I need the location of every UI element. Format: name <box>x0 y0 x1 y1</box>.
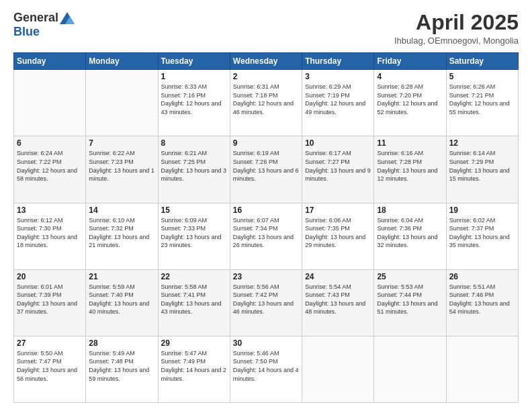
table-row <box>86 70 158 136</box>
table-row <box>374 336 446 402</box>
cell-sun-info: Sunrise: 5:47 AM Sunset: 7:49 PM Dayligh… <box>161 349 227 383</box>
cell-sun-info: Sunrise: 6:33 AM Sunset: 7:16 PM Dayligh… <box>161 83 227 116</box>
cell-sun-info: Sunrise: 5:51 AM Sunset: 7:46 PM Dayligh… <box>449 283 515 316</box>
cell-day-number: 1 <box>161 72 227 81</box>
cell-day-number: 24 <box>305 272 371 281</box>
cell-sun-info: Sunrise: 6:07 AM Sunset: 7:34 PM Dayligh… <box>233 216 299 250</box>
cell-sun-info: Sunrise: 6:14 AM Sunset: 7:29 PM Dayligh… <box>449 149 515 183</box>
logo-icon <box>60 12 75 24</box>
cell-day-number: 3 <box>305 72 371 81</box>
table-row: 20Sunrise: 6:01 AM Sunset: 7:39 PM Dayli… <box>14 269 86 336</box>
table-row: 16Sunrise: 6:07 AM Sunset: 7:34 PM Dayli… <box>230 203 302 269</box>
col-saturday: Saturday <box>446 53 518 70</box>
cell-sun-info: Sunrise: 5:53 AM Sunset: 7:44 PM Dayligh… <box>377 283 443 316</box>
cell-sun-info: Sunrise: 5:46 AM Sunset: 7:50 PM Dayligh… <box>233 349 299 383</box>
table-row: 7Sunrise: 6:22 AM Sunset: 7:23 PM Daylig… <box>86 136 158 203</box>
cell-day-number: 27 <box>17 338 83 348</box>
cell-day-number: 20 <box>17 272 83 281</box>
cell-day-number: 15 <box>161 205 227 215</box>
cell-sun-info: Sunrise: 6:19 AM Sunset: 7:26 PM Dayligh… <box>233 149 299 183</box>
cell-sun-info: Sunrise: 6:29 AM Sunset: 7:19 PM Dayligh… <box>305 83 371 116</box>
cell-sun-info: Sunrise: 6:31 AM Sunset: 7:18 PM Dayligh… <box>233 83 299 116</box>
cell-day-number: 29 <box>161 338 227 348</box>
cell-sun-info: Sunrise: 5:49 AM Sunset: 7:48 PM Dayligh… <box>89 349 154 383</box>
cell-day-number: 9 <box>233 138 299 148</box>
cell-sun-info: Sunrise: 6:10 AM Sunset: 7:32 PM Dayligh… <box>89 216 154 250</box>
calendar-week-row: 13Sunrise: 6:12 AM Sunset: 7:30 PM Dayli… <box>14 203 519 269</box>
cell-sun-info: Sunrise: 5:59 AM Sunset: 7:40 PM Dayligh… <box>89 283 154 316</box>
title-area: April 2025 Ihbulag, OEmnoegovi, Mongolia <box>394 11 519 46</box>
cell-day-number: 7 <box>89 138 154 148</box>
cell-day-number: 19 <box>449 205 515 215</box>
cell-sun-info: Sunrise: 6:01 AM Sunset: 7:39 PM Dayligh… <box>17 283 83 316</box>
table-row: 6Sunrise: 6:24 AM Sunset: 7:22 PM Daylig… <box>14 136 86 203</box>
table-row: 17Sunrise: 6:06 AM Sunset: 7:35 PM Dayli… <box>302 203 374 269</box>
logo-general-text: General <box>13 11 58 25</box>
cell-sun-info: Sunrise: 6:16 AM Sunset: 7:28 PM Dayligh… <box>377 149 443 183</box>
col-tuesday: Tuesday <box>158 53 230 70</box>
table-row: 28Sunrise: 5:49 AM Sunset: 7:48 PM Dayli… <box>86 336 158 402</box>
table-row: 24Sunrise: 5:54 AM Sunset: 7:43 PM Dayli… <box>302 269 374 336</box>
table-row: 8Sunrise: 6:21 AM Sunset: 7:25 PM Daylig… <box>158 136 230 203</box>
col-sunday: Sunday <box>14 53 86 70</box>
calendar-header-row: Sunday Monday Tuesday Wednesday Thursday… <box>14 53 519 70</box>
cell-day-number: 8 <box>161 138 227 148</box>
table-row: 14Sunrise: 6:10 AM Sunset: 7:32 PM Dayli… <box>86 203 158 269</box>
col-wednesday: Wednesday <box>230 53 302 70</box>
cell-day-number: 12 <box>449 138 515 148</box>
table-row: 10Sunrise: 6:17 AM Sunset: 7:27 PM Dayli… <box>302 136 374 203</box>
logo-blue-text: Blue <box>13 25 40 39</box>
table-row: 4Sunrise: 6:28 AM Sunset: 7:20 PM Daylig… <box>374 70 446 136</box>
cell-day-number: 5 <box>449 72 515 81</box>
table-row: 26Sunrise: 5:51 AM Sunset: 7:46 PM Dayli… <box>446 269 518 336</box>
cell-day-number: 23 <box>233 272 299 281</box>
cell-sun-info: Sunrise: 5:54 AM Sunset: 7:43 PM Dayligh… <box>305 283 371 316</box>
table-row: 15Sunrise: 6:09 AM Sunset: 7:33 PM Dayli… <box>158 203 230 269</box>
cell-day-number: 14 <box>89 205 154 215</box>
cell-day-number: 11 <box>377 138 443 148</box>
cell-sun-info: Sunrise: 5:58 AM Sunset: 7:41 PM Dayligh… <box>161 283 227 316</box>
table-row: 22Sunrise: 5:58 AM Sunset: 7:41 PM Dayli… <box>158 269 230 336</box>
cell-day-number: 22 <box>161 272 227 281</box>
table-row: 23Sunrise: 5:56 AM Sunset: 7:42 PM Dayli… <box>230 269 302 336</box>
table-row <box>14 70 86 136</box>
cell-day-number: 17 <box>305 205 371 215</box>
table-row <box>446 336 518 402</box>
table-row: 2Sunrise: 6:31 AM Sunset: 7:18 PM Daylig… <box>230 70 302 136</box>
cell-sun-info: Sunrise: 6:22 AM Sunset: 7:23 PM Dayligh… <box>89 149 154 183</box>
calendar-week-row: 1Sunrise: 6:33 AM Sunset: 7:16 PM Daylig… <box>14 70 519 136</box>
table-row: 25Sunrise: 5:53 AM Sunset: 7:44 PM Dayli… <box>374 269 446 336</box>
table-row: 18Sunrise: 6:04 AM Sunset: 7:36 PM Dayli… <box>374 203 446 269</box>
logo: General Blue <box>13 11 75 39</box>
table-row: 3Sunrise: 6:29 AM Sunset: 7:19 PM Daylig… <box>302 70 374 136</box>
cell-day-number: 26 <box>449 272 515 281</box>
cell-day-number: 25 <box>377 272 443 281</box>
table-row: 9Sunrise: 6:19 AM Sunset: 7:26 PM Daylig… <box>230 136 302 203</box>
location-subtitle: Ihbulag, OEmnoegovi, Mongolia <box>394 36 519 46</box>
table-row: 5Sunrise: 6:26 AM Sunset: 7:21 PM Daylig… <box>446 70 518 136</box>
cell-day-number: 6 <box>17 138 83 148</box>
cell-day-number: 4 <box>377 72 443 81</box>
cell-sun-info: Sunrise: 6:28 AM Sunset: 7:20 PM Dayligh… <box>377 83 443 116</box>
calendar-table: Sunday Monday Tuesday Wednesday Thursday… <box>13 52 519 403</box>
table-row: 1Sunrise: 6:33 AM Sunset: 7:16 PM Daylig… <box>158 70 230 136</box>
table-row: 30Sunrise: 5:46 AM Sunset: 7:50 PM Dayli… <box>230 336 302 402</box>
header: General Blue April 2025 Ihbulag, OEmnoeg… <box>13 11 519 46</box>
cell-sun-info: Sunrise: 6:04 AM Sunset: 7:36 PM Dayligh… <box>377 216 443 250</box>
cell-day-number: 28 <box>89 338 154 348</box>
cell-day-number: 13 <box>17 205 83 215</box>
cell-sun-info: Sunrise: 6:12 AM Sunset: 7:30 PM Dayligh… <box>17 216 83 250</box>
cell-day-number: 16 <box>233 205 299 215</box>
cell-day-number: 2 <box>233 72 299 81</box>
cell-sun-info: Sunrise: 6:06 AM Sunset: 7:35 PM Dayligh… <box>305 216 371 250</box>
table-row: 12Sunrise: 6:14 AM Sunset: 7:29 PM Dayli… <box>446 136 518 203</box>
cell-day-number: 30 <box>233 338 299 348</box>
cell-sun-info: Sunrise: 6:17 AM Sunset: 7:27 PM Dayligh… <box>305 149 371 183</box>
calendar-week-row: 20Sunrise: 6:01 AM Sunset: 7:39 PM Dayli… <box>14 269 519 336</box>
table-row <box>302 336 374 402</box>
cell-day-number: 21 <box>89 272 154 281</box>
cell-sun-info: Sunrise: 5:56 AM Sunset: 7:42 PM Dayligh… <box>233 283 299 316</box>
cell-day-number: 10 <box>305 138 371 148</box>
cell-sun-info: Sunrise: 6:24 AM Sunset: 7:22 PM Dayligh… <box>17 149 83 183</box>
calendar-week-row: 27Sunrise: 5:50 AM Sunset: 7:47 PM Dayli… <box>14 336 519 402</box>
